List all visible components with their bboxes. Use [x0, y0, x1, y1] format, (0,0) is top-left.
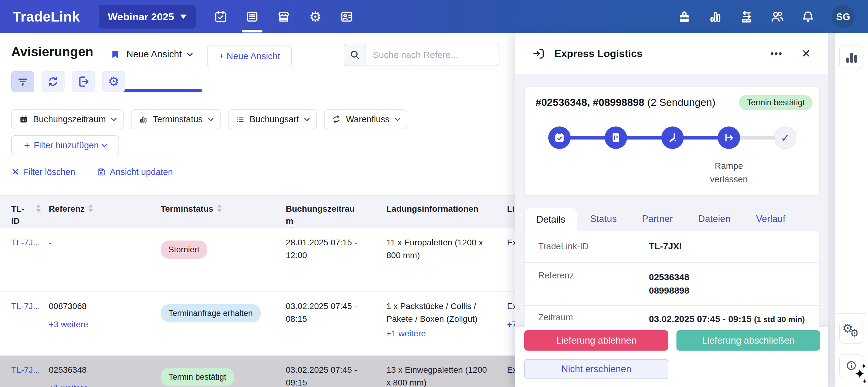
gears-icon: ⚙⚙	[842, 323, 861, 340]
step-an-rampe[interactable]	[661, 126, 684, 149]
bookings-list-icon[interactable]	[245, 9, 259, 24]
toolbox-icon[interactable]	[677, 9, 692, 24]
filter-lines-icon	[17, 75, 29, 88]
table-toolbar: ⚙	[11, 71, 125, 92]
drawer-tabs: Details Status Partner Dateien Verlauf	[515, 208, 828, 231]
shipment-count: (2 Sendungen)	[647, 96, 716, 108]
divider	[837, 81, 866, 81]
zeitraum-cell: 28.01.2025 07:15 - 12:00	[286, 228, 368, 262]
column-header-tl-id[interactable]: TL-ID	[11, 196, 44, 227]
more-referenz-link[interactable]: +1 weitere	[49, 382, 152, 387]
detail-value: 03.02.2025 07:45 - 09:15	[649, 314, 752, 324]
ladung-cell: 11 x Europaletten (1200 x 800 mm)	[386, 228, 496, 262]
add-filter-button[interactable]: + Filter hinzufügen	[11, 135, 119, 155]
settings-gear-icon[interactable]: ⚙	[308, 9, 322, 24]
sort-icon	[36, 204, 41, 212]
detail-value: 02536348 08998898	[649, 271, 689, 305]
table-settings-button[interactable]: ⚙	[102, 71, 125, 92]
referenz-cell: 02536348+1 weitere	[49, 356, 152, 387]
column-header-terminstatus[interactable]: Terminstatus	[161, 196, 282, 215]
zeitraum-cell: 03.02.2025 07:45 - 08:15	[286, 292, 368, 325]
tab-partner[interactable]: Partner	[642, 208, 673, 230]
view-tab-neue-ansicht[interactable]: Neue Ansicht	[110, 48, 192, 61]
more-options-icon[interactable]: •••	[770, 49, 783, 59]
step-abgeschlossen[interactable]: ✓	[774, 126, 797, 149]
notifications-bell-icon[interactable]	[801, 9, 815, 24]
workspace-selector[interactable]: Webinar 2025	[99, 5, 196, 29]
more-referenz-link[interactable]: +3 weitere	[49, 318, 152, 331]
bar-chart-icon[interactable]	[708, 9, 722, 24]
filter-chip-label: Warenfluss	[346, 114, 390, 124]
clear-filters-link[interactable]: ✕ Filter löschen	[11, 166, 75, 178]
bookmark-icon	[110, 48, 120, 61]
step-angekommen[interactable]: P	[604, 126, 627, 149]
filter-chip-buchungsart[interactable]: Buchungsart	[228, 109, 317, 129]
chevron-down-icon	[208, 116, 213, 121]
detail-label: Zeitraum	[538, 312, 649, 328]
dock-transfer-icon[interactable]	[739, 9, 753, 24]
statistics-button[interactable]	[839, 45, 864, 69]
tl-id-link[interactable]: TL-7J...	[11, 301, 40, 311]
list-icon	[236, 115, 245, 124]
tl-id-link[interactable]: TL-7J...	[11, 238, 40, 247]
filter-toggle-button[interactable]	[11, 71, 34, 92]
zeitraum-cell: 03.02.2025 07:45 - 09:15	[286, 356, 368, 387]
filter-chip-buchungszeitraum[interactable]: Buchungszeitraum	[11, 109, 124, 129]
status-cell: Storniert	[161, 228, 282, 259]
filter-chip-terminstatus[interactable]: Terminstatus	[131, 109, 220, 129]
more-ladung-link[interactable]: +1 weitere	[386, 327, 496, 340]
filter-chip-label: Buchungszeitraum	[33, 114, 106, 124]
column-header-ladungsinformationen[interactable]: Ladungsinformationen	[386, 196, 496, 215]
storefront-icon[interactable]	[276, 9, 291, 24]
status-badge: Termin bestätigt	[161, 368, 234, 386]
tab-dateien[interactable]: Dateien	[698, 208, 731, 230]
refresh-button[interactable]	[41, 71, 65, 92]
page-title: Avisierungen	[11, 44, 93, 59]
ramp-icon	[667, 132, 678, 144]
help-info-button[interactable]: ✦✦✦	[839, 354, 864, 378]
search-input[interactable]	[366, 44, 499, 65]
check-icon: ✓	[781, 131, 790, 144]
filter-chip-warenfluss[interactable]: Warenfluss	[324, 109, 407, 129]
automation-settings-button[interactable]: ⚙⚙	[839, 320, 864, 344]
close-icon[interactable]: ✕	[802, 47, 811, 60]
chevron-down-icon	[101, 142, 107, 147]
filter-chip-label: Buchungsart	[250, 114, 299, 124]
column-header-referenz[interactable]: Referenz	[49, 196, 152, 215]
update-view-link[interactable]: Ansicht updaten	[96, 167, 173, 177]
shipment-title: #02536348, #08998898 (2 Sendungen)	[535, 96, 716, 108]
divider	[837, 313, 866, 314]
leave-ramp-icon	[723, 132, 735, 144]
save-icon	[96, 167, 106, 177]
chevron-down-icon	[187, 51, 192, 56]
shipment-summary-card: #02536348, #08998898 (2 Sendungen) Termi…	[524, 87, 819, 195]
nav-right-group: SG	[677, 5, 855, 28]
reject-delivery-button[interactable]: Lieferung ablehnen	[524, 330, 668, 351]
tl-id-link[interactable]: TL-7J...	[11, 365, 40, 375]
flow-arrows-icon	[332, 115, 341, 124]
drawer-body: #02536348, #08998898 (2 Sendungen) Termi…	[515, 74, 828, 327]
tab-details[interactable]: Details	[524, 208, 577, 231]
step-rampe-verlassen[interactable]	[718, 126, 740, 149]
complete-delivery-button[interactable]: Lieferung abschließen	[677, 330, 820, 351]
filter-links-row: ✕ Filter löschen Ansicht updaten	[11, 166, 173, 178]
details-panel: TradeLink-ID TL-7JXI Referenz 02536348 0…	[524, 230, 819, 327]
dock-enter-icon	[532, 47, 545, 60]
filter-chip-label: Terminstatus	[153, 114, 203, 124]
detail-row-referenz: Referenz 02536348 08998898	[525, 263, 819, 306]
contact-card-icon[interactable]	[339, 9, 354, 24]
users-icon[interactable]	[770, 9, 784, 24]
new-view-button[interactable]: + Neue Ansicht	[207, 45, 292, 67]
drawer-title: Express Logistics	[554, 48, 643, 59]
user-avatar[interactable]: SG	[832, 5, 855, 28]
export-button[interactable]	[72, 71, 95, 92]
tab-status[interactable]: Status	[590, 208, 617, 230]
search-icon	[344, 44, 366, 65]
calendar-check-icon[interactable]	[213, 9, 228, 24]
no-show-button[interactable]: Nicht erschienen	[524, 359, 668, 379]
parking-icon: P	[610, 132, 622, 144]
chevron-down-icon	[111, 116, 116, 121]
tab-verlauf[interactable]: Verlauf	[756, 208, 785, 230]
drawer-footer: Lieferung ablehnen Lieferung abschließen…	[515, 327, 828, 387]
step-termin-gebucht[interactable]	[548, 126, 571, 149]
